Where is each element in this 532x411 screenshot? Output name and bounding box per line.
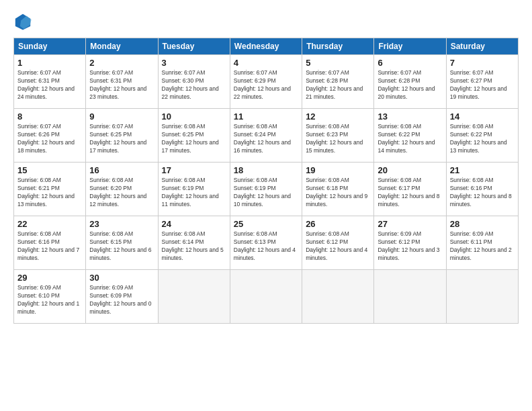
day-number: 10: [162, 111, 226, 122]
day-info: Sunrise: 6:08 AMSunset: 6:12 PMDaylight:…: [306, 230, 370, 263]
day-info: Sunrise: 6:08 AMSunset: 6:23 PMDaylight:…: [306, 123, 370, 155]
calendar-cell: 1Sunrise: 6:07 AMSunset: 6:31 PMDaylight…: [14, 55, 86, 109]
day-number: 17: [162, 165, 226, 175]
calendar-cell: 29Sunrise: 6:09 AMSunset: 6:10 PMDayligh…: [14, 270, 86, 324]
day-info: Sunrise: 6:08 AMSunset: 6:22 PMDaylight:…: [450, 123, 515, 155]
day-info: Sunrise: 6:08 AMSunset: 6:21 PMDaylight:…: [17, 177, 82, 209]
calendar-cell: 14Sunrise: 6:08 AMSunset: 6:22 PMDayligh…: [446, 109, 518, 163]
day-number: 26: [306, 219, 370, 229]
day-info: Sunrise: 6:07 AMSunset: 6:28 PMDaylight:…: [306, 69, 370, 101]
day-info: Sunrise: 6:08 AMSunset: 6:24 PMDaylight:…: [234, 123, 298, 155]
calendar-cell: 19Sunrise: 6:08 AMSunset: 6:18 PMDayligh…: [302, 163, 374, 216]
day-info: Sunrise: 6:09 AMSunset: 6:10 PMDaylight:…: [17, 284, 82, 316]
day-number: 14: [450, 111, 515, 122]
day-info: Sunrise: 6:08 AMSunset: 6:16 PMDaylight:…: [17, 230, 82, 263]
col-header-wednesday: Wednesday: [230, 38, 302, 55]
day-number: 3: [162, 58, 226, 68]
day-info: Sunrise: 6:07 AMSunset: 6:31 PMDaylight:…: [89, 69, 154, 101]
calendar-cell: 30Sunrise: 6:09 AMSunset: 6:09 PMDayligh…: [86, 270, 158, 324]
calendar-cell: 10Sunrise: 6:08 AMSunset: 6:25 PMDayligh…: [158, 109, 230, 163]
day-number: 9: [89, 111, 154, 122]
calendar-cell: 28Sunrise: 6:09 AMSunset: 6:11 PMDayligh…: [446, 216, 518, 270]
logo-icon: [13, 12, 32, 31]
calendar-week-3: 15Sunrise: 6:08 AMSunset: 6:21 PMDayligh…: [14, 163, 519, 216]
day-number: 13: [378, 111, 442, 122]
day-number: 11: [234, 111, 298, 122]
calendar-cell: 3Sunrise: 6:07 AMSunset: 6:30 PMDaylight…: [158, 55, 230, 109]
calendar-cell: 26Sunrise: 6:08 AMSunset: 6:12 PMDayligh…: [302, 216, 374, 270]
day-info: Sunrise: 6:07 AMSunset: 6:30 PMDaylight:…: [162, 69, 226, 101]
day-info: Sunrise: 6:08 AMSunset: 6:16 PMDaylight:…: [450, 177, 515, 209]
day-info: Sunrise: 6:09 AMSunset: 6:09 PMDaylight:…: [89, 284, 154, 316]
calendar-table: SundayMondayTuesdayWednesdayThursdayFrid…: [13, 38, 519, 324]
day-number: 20: [378, 165, 442, 175]
day-number: 22: [17, 219, 82, 229]
col-header-saturday: Saturday: [446, 38, 518, 55]
calendar-cell: 23Sunrise: 6:08 AMSunset: 6:15 PMDayligh…: [86, 216, 158, 270]
calendar-week-2: 8Sunrise: 6:07 AMSunset: 6:26 PMDaylight…: [14, 109, 519, 163]
day-number: 25: [234, 219, 298, 229]
day-number: 6: [378, 58, 442, 68]
day-info: Sunrise: 6:07 AMSunset: 6:29 PMDaylight:…: [234, 69, 298, 101]
day-number: 24: [162, 219, 226, 229]
col-header-tuesday: Tuesday: [158, 38, 230, 55]
calendar-cell: 17Sunrise: 6:08 AMSunset: 6:19 PMDayligh…: [158, 163, 230, 216]
calendar-cell: 16Sunrise: 6:08 AMSunset: 6:20 PMDayligh…: [86, 163, 158, 216]
calendar-cell: 25Sunrise: 6:08 AMSunset: 6:13 PMDayligh…: [230, 216, 302, 270]
day-number: 19: [306, 165, 370, 175]
calendar-cell: 4Sunrise: 6:07 AMSunset: 6:29 PMDaylight…: [230, 55, 302, 109]
day-info: Sunrise: 6:07 AMSunset: 6:27 PMDaylight:…: [450, 69, 515, 101]
day-number: 8: [17, 111, 82, 122]
day-info: Sunrise: 6:09 AMSunset: 6:11 PMDaylight:…: [450, 230, 515, 263]
calendar-cell: 15Sunrise: 6:08 AMSunset: 6:21 PMDayligh…: [14, 163, 86, 216]
calendar-header-row: SundayMondayTuesdayWednesdayThursdayFrid…: [14, 38, 519, 55]
calendar-cell: 5Sunrise: 6:07 AMSunset: 6:28 PMDaylight…: [302, 55, 374, 109]
page: SundayMondayTuesdayWednesdayThursdayFrid…: [0, 0, 532, 330]
calendar-cell: 9Sunrise: 6:07 AMSunset: 6:25 PMDaylight…: [86, 109, 158, 163]
day-number: 16: [89, 165, 154, 175]
header: [13, 12, 519, 31]
calendar-week-5: 29Sunrise: 6:09 AMSunset: 6:10 PMDayligh…: [14, 270, 519, 324]
day-info: Sunrise: 6:07 AMSunset: 6:28 PMDaylight:…: [378, 69, 442, 101]
col-header-monday: Monday: [86, 38, 158, 55]
calendar-cell: [374, 270, 446, 324]
calendar-cell: 13Sunrise: 6:08 AMSunset: 6:22 PMDayligh…: [374, 109, 446, 163]
day-number: 30: [89, 273, 154, 283]
day-info: Sunrise: 6:08 AMSunset: 6:19 PMDaylight:…: [234, 177, 298, 209]
calendar-cell: 18Sunrise: 6:08 AMSunset: 6:19 PMDayligh…: [230, 163, 302, 216]
calendar-cell: 12Sunrise: 6:08 AMSunset: 6:23 PMDayligh…: [302, 109, 374, 163]
day-number: 4: [234, 58, 298, 68]
calendar-cell: [158, 270, 230, 324]
calendar-week-4: 22Sunrise: 6:08 AMSunset: 6:16 PMDayligh…: [14, 216, 519, 270]
day-info: Sunrise: 6:08 AMSunset: 6:17 PMDaylight:…: [378, 177, 442, 209]
day-number: 27: [378, 219, 442, 229]
day-number: 12: [306, 111, 370, 122]
col-header-friday: Friday: [374, 38, 446, 55]
calendar-cell: 2Sunrise: 6:07 AMSunset: 6:31 PMDaylight…: [86, 55, 158, 109]
calendar-cell: [446, 270, 518, 324]
day-number: 23: [89, 219, 154, 229]
day-info: Sunrise: 6:08 AMSunset: 6:13 PMDaylight:…: [234, 230, 298, 263]
day-info: Sunrise: 6:07 AMSunset: 6:26 PMDaylight:…: [17, 123, 82, 155]
day-number: 21: [450, 165, 515, 175]
calendar-cell: [302, 270, 374, 324]
logo: [13, 12, 35, 31]
calendar-cell: [230, 270, 302, 324]
calendar-cell: 27Sunrise: 6:09 AMSunset: 6:12 PMDayligh…: [374, 216, 446, 270]
day-info: Sunrise: 6:07 AMSunset: 6:31 PMDaylight:…: [17, 69, 82, 101]
calendar-cell: 22Sunrise: 6:08 AMSunset: 6:16 PMDayligh…: [14, 216, 86, 270]
day-info: Sunrise: 6:07 AMSunset: 6:25 PMDaylight:…: [89, 123, 154, 155]
calendar-week-1: 1Sunrise: 6:07 AMSunset: 6:31 PMDaylight…: [14, 55, 519, 109]
calendar-cell: 21Sunrise: 6:08 AMSunset: 6:16 PMDayligh…: [446, 163, 518, 216]
calendar-cell: 20Sunrise: 6:08 AMSunset: 6:17 PMDayligh…: [374, 163, 446, 216]
day-number: 1: [17, 58, 82, 68]
day-info: Sunrise: 6:08 AMSunset: 6:19 PMDaylight:…: [162, 177, 226, 209]
calendar-cell: 8Sunrise: 6:07 AMSunset: 6:26 PMDaylight…: [14, 109, 86, 163]
day-info: Sunrise: 6:08 AMSunset: 6:22 PMDaylight:…: [378, 123, 442, 155]
day-number: 15: [17, 165, 82, 175]
col-header-sunday: Sunday: [14, 38, 86, 55]
calendar-cell: 24Sunrise: 6:08 AMSunset: 6:14 PMDayligh…: [158, 216, 230, 270]
day-number: 7: [450, 58, 515, 68]
day-info: Sunrise: 6:08 AMSunset: 6:18 PMDaylight:…: [306, 177, 370, 209]
day-info: Sunrise: 6:08 AMSunset: 6:14 PMDaylight:…: [162, 230, 226, 263]
